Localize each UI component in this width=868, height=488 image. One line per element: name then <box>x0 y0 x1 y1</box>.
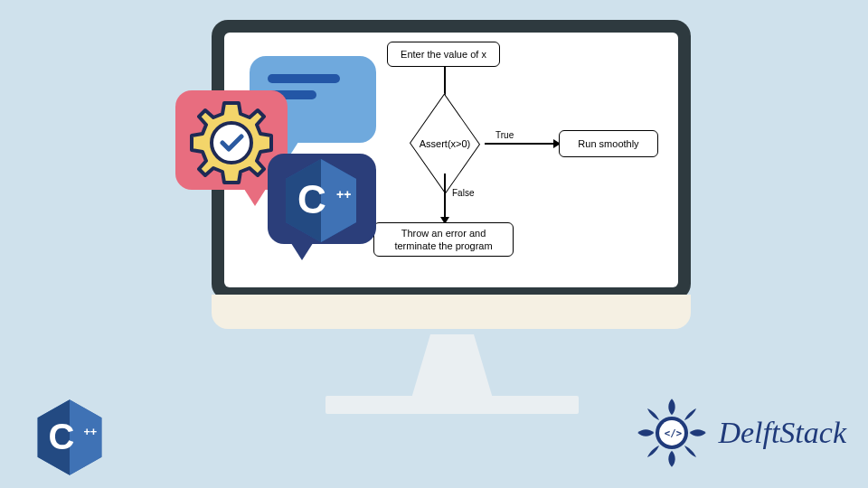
flow-edge-false <box>444 174 446 221</box>
text-line-icon <box>268 74 340 83</box>
cpp-logo-corner-icon: C ++ <box>34 398 105 477</box>
svg-text:C: C <box>49 417 75 456</box>
flow-node-decision-label: Assert(x>0) <box>405 114 485 174</box>
svg-text:</>: </> <box>665 427 682 439</box>
delftstack-badge-icon: </> <box>635 396 709 470</box>
monitor-stand <box>380 334 524 398</box>
delftstack-logo: </> DelftStack <box>635 396 846 470</box>
flow-node-false-result-label: Throw an error and terminate the program <box>382 227 505 253</box>
flow-node-true-result-label: Run smoothly <box>578 138 638 149</box>
svg-text:++: ++ <box>83 426 97 438</box>
flow-edge-true-label: True <box>495 130 514 140</box>
svg-text:++: ++ <box>336 187 351 202</box>
flow-node-decision: Assert(x>0) <box>405 114 485 174</box>
flow-node-true-result: Run smoothly <box>559 130 658 157</box>
monitor-base <box>326 396 579 414</box>
flow-node-start-label: Enter the value of x <box>401 49 486 60</box>
flow-edge-true <box>485 143 557 145</box>
svg-point-0 <box>212 123 251 163</box>
flow-edge-false-label: False <box>452 188 474 198</box>
svg-text:C: C <box>297 177 326 221</box>
monitor-chin <box>212 295 691 329</box>
delftstack-wordmark: DelftStack <box>718 416 846 450</box>
gear-check-icon <box>186 98 277 188</box>
flow-node-start: Enter the value of x <box>387 42 500 67</box>
flow-node-false-result: Throw an error and terminate the program <box>373 222 514 257</box>
cpp-logo-icon: C ++ <box>282 157 360 244</box>
